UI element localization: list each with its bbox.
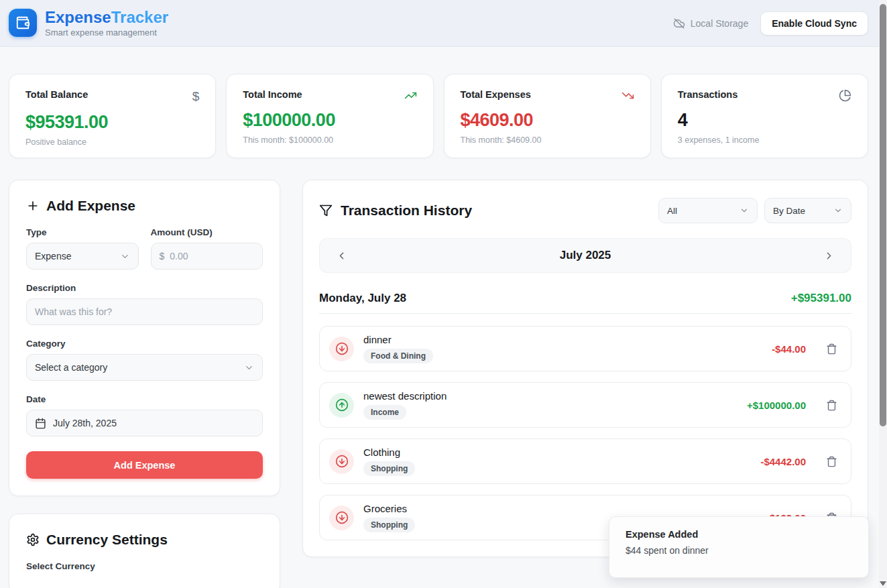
transaction-category-badge: Shopping [363, 518, 415, 532]
type-select-value: Expense [35, 251, 71, 261]
transaction-category-badge: Shopping [363, 461, 415, 476]
add-expense-button[interactable]: Add Expense [26, 451, 263, 479]
header-actions: Local Storage Enable Cloud Sync [673, 11, 868, 36]
trash-icon [826, 456, 837, 467]
stat-card-total-expenses: Total Expenses $4609.00 This month: $460… [444, 74, 651, 158]
stat-value: 4 [678, 110, 851, 131]
cloud-off-icon [673, 17, 685, 30]
transaction-name: Clothing [363, 447, 751, 458]
select-currency-label: Select Currency [26, 561, 263, 571]
currency-settings-title: Currency Settings [46, 532, 168, 548]
chevron-right-icon [823, 250, 835, 261]
date-field[interactable]: July 28th, 2025 [26, 410, 263, 436]
stat-label: Total Income [243, 89, 302, 100]
add-expense-title: Add Expense [46, 198, 135, 214]
arrow-down-circle-icon [329, 449, 354, 474]
amount-label: Amount (USD) [151, 227, 263, 237]
description-field[interactable] [26, 298, 263, 325]
delete-transaction-button[interactable] [825, 398, 839, 412]
left-column: Add Expense Type Expense [9, 180, 280, 588]
trending-down-icon [622, 89, 634, 102]
description-input[interactable] [35, 306, 254, 317]
transaction-amount: -$4442.00 [760, 456, 806, 467]
toast-message: $44 spent on dinner [626, 545, 852, 556]
scrollbar-thumb[interactable] [880, 4, 886, 426]
category-label: Category [26, 339, 263, 349]
divider [319, 313, 851, 314]
category-select[interactable]: Select a category [26, 354, 263, 381]
toast-title: Expense Added [626, 529, 852, 540]
date-label: Date [26, 394, 263, 404]
app-root: ExpenseTracker Smart expense management … [0, 0, 887, 588]
transaction-name: newest description [363, 390, 737, 402]
stat-subtext: Positive balance [25, 137, 199, 147]
stat-subtext: This month: $100000.00 [243, 135, 416, 145]
stat-label: Transactions [678, 89, 737, 100]
brand: ExpenseTracker Smart expense management [9, 9, 168, 38]
chevron-down-icon [120, 251, 130, 261]
currency-settings-card: Currency Settings Select Currency [9, 514, 280, 588]
month-navigator: July 2025 [319, 238, 851, 273]
type-select[interactable]: Expense [26, 243, 139, 270]
transaction-history-panel: Transaction History All By Date [302, 180, 868, 557]
transaction-category-badge: Food & Dining [363, 349, 433, 363]
vertical-scrollbar[interactable] [879, 0, 887, 588]
next-month-button[interactable] [821, 247, 837, 264]
brand-text: ExpenseTracker Smart expense management [45, 9, 168, 38]
calendar-icon [35, 418, 46, 429]
storage-status-label: Local Storage [691, 18, 748, 29]
amount-field[interactable]: $ [151, 243, 263, 270]
stat-card-total-income: Total Income $100000.00 This month: $100… [226, 74, 433, 158]
wallet-icon [15, 15, 30, 30]
delete-transaction-button[interactable] [825, 342, 839, 356]
arrow-up-circle-icon [329, 393, 354, 418]
trash-icon [826, 400, 837, 411]
add-expense-card: Add Expense Type Expense [9, 180, 280, 496]
history-title: Transaction History [341, 202, 472, 219]
transaction-name: Groceries [363, 503, 757, 514]
current-month-label: July 2025 [560, 249, 611, 262]
plus-icon [26, 199, 40, 213]
previous-month-button[interactable] [333, 247, 350, 264]
stat-label: Total Balance [25, 89, 88, 100]
arrow-down-circle-icon [329, 337, 354, 361]
history-title-group: Transaction History [319, 202, 472, 219]
category-select-value: Select a category [35, 362, 107, 373]
sort-select[interactable]: By Date [764, 198, 851, 223]
transaction-amount: +$100000.00 [747, 400, 806, 411]
main-content: Total Balance $ $95391.00 Positive balan… [0, 47, 887, 588]
transaction-name: dinner [363, 334, 762, 345]
enable-cloud-sync-button[interactable]: Enable Cloud Sync [760, 11, 868, 36]
transaction-info: Clothing Shopping [363, 447, 751, 476]
transaction-amount: -$44.00 [772, 343, 806, 355]
filter-icon [319, 204, 333, 217]
stat-label: Total Expenses [461, 89, 531, 100]
trash-icon [826, 343, 837, 355]
amount-input[interactable] [170, 251, 254, 261]
chevron-down-icon [833, 206, 843, 215]
type-label: Type [26, 227, 139, 237]
pie-chart-icon [839, 89, 851, 102]
transaction-category-badge: Income [363, 405, 406, 420]
description-label: Description [26, 283, 263, 293]
stats-row: Total Balance $ $95391.00 Positive balan… [9, 74, 868, 158]
transaction-list: dinner Food & Dining -$44.00 [319, 326, 851, 540]
history-controls: All By Date [658, 198, 851, 223]
chevron-down-icon [740, 206, 749, 215]
trending-up-icon [404, 89, 417, 102]
chevron-left-icon [336, 250, 347, 261]
currency-settings-heading: Currency Settings [26, 532, 263, 548]
toast-notification: Expense Added $44 spent on dinner [609, 516, 869, 578]
stat-value: $4609.00 [461, 110, 634, 131]
scrollbar-down-arrow-icon[interactable] [880, 581, 886, 586]
history-header: Transaction History All By Date [319, 198, 851, 223]
day-group-header: Monday, July 28 +$95391.00 [319, 292, 851, 305]
app-logo [9, 9, 37, 37]
transaction-info: dinner Food & Dining [363, 334, 762, 363]
sort-value: By Date [773, 206, 805, 216]
transaction-row: dinner Food & Dining -$44.00 [319, 326, 851, 371]
stat-subtext: This month: $4609.00 [461, 135, 634, 145]
delete-transaction-button[interactable] [825, 455, 839, 469]
filter-type-select[interactable]: All [658, 198, 758, 223]
stat-value: $100000.00 [243, 110, 416, 131]
